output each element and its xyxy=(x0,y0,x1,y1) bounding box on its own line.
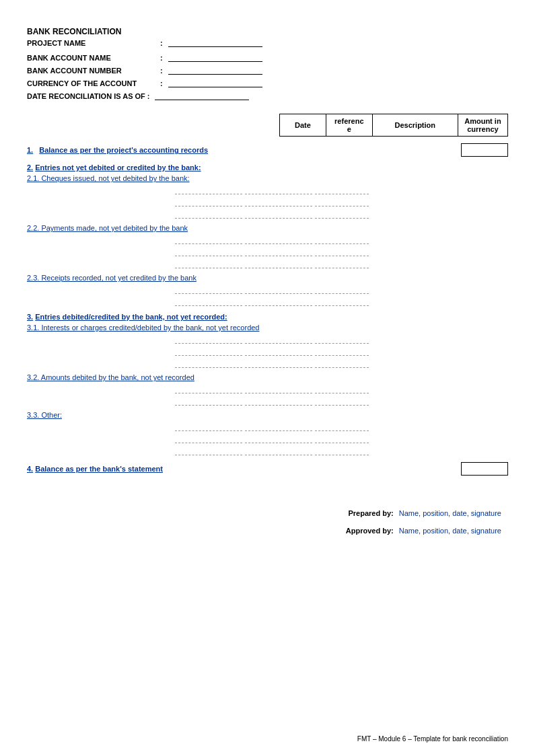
project-name-row: PROJECT NAME : xyxy=(27,38,508,47)
approved-by-value: Name, position, date, signature xyxy=(399,527,501,535)
prepared-by-value: Name, position, date, signature xyxy=(399,509,501,517)
section-1-amount-box[interactable] xyxy=(461,143,508,157)
dashed-row xyxy=(175,247,508,256)
bank-account-name-label: BANK ACCOUNT NAME xyxy=(27,54,155,62)
section-3-header: 3. Entries debited/credited by the bank,… xyxy=(27,313,508,321)
section-2: 2. Entries not yet debited or credited b… xyxy=(27,163,508,306)
section-2-label: Entries not yet debited or credited by t… xyxy=(35,163,201,172)
prepared-by-label: Prepared by: xyxy=(348,509,393,517)
section-1-number: 1. xyxy=(27,146,33,154)
dashed-row xyxy=(175,396,508,406)
section-1-row: 1. Balance as per the project's accounti… xyxy=(27,143,508,157)
col-date: Date xyxy=(280,114,326,137)
section-2-2: 2.2. Payments made, not yet debited by t… xyxy=(27,224,508,268)
dashed-row xyxy=(175,235,508,244)
section-3-2-rows xyxy=(175,384,508,406)
section-4-label: Balance as per the bank's statement xyxy=(35,465,163,473)
section-3-1-label: 3.1. Interests or charges credited/debit… xyxy=(27,324,508,332)
prepared-by-row: Prepared by: Name, position, date, signa… xyxy=(27,509,501,517)
project-name-label: PROJECT NAME xyxy=(27,39,155,47)
date-label: DATE RECONCILIATION IS AS OF : xyxy=(27,92,155,100)
section-3: 3. Entries debited/credited by the bank,… xyxy=(27,313,508,455)
section-2-1-rows xyxy=(175,185,508,219)
header-section: BANK RECONCILIATION PROJECT NAME : BANK … xyxy=(27,27,508,100)
section-1: 1. Balance as per the project's accounti… xyxy=(27,143,508,157)
section-3-label: Entries debited/credited by the bank, no… xyxy=(35,313,227,321)
section-2-3: 2.3. Receipts recorded, not yet credited… xyxy=(27,274,508,306)
prepared-approved-section: Prepared by: Name, position, date, signa… xyxy=(27,509,501,535)
section-4-number: 4. xyxy=(27,465,33,473)
dashed-row xyxy=(175,384,508,393)
section-4-amount-box[interactable] xyxy=(461,462,508,476)
bank-account-name-input[interactable] xyxy=(168,52,262,62)
section-3-1: 3.1. Interests or charges credited/debit… xyxy=(27,324,508,368)
bank-account-number-input[interactable] xyxy=(168,65,262,75)
dashed-row xyxy=(175,297,508,306)
section-3-2: 3.2. Amounts debited by the bank, not ye… xyxy=(27,373,508,406)
currency-row: CURRENCY OF THE ACCOUNT : xyxy=(27,78,508,87)
footer: FMT – Module 6 – Template for bank recon… xyxy=(357,735,508,743)
dashed-row xyxy=(175,434,508,443)
dashed-row xyxy=(175,185,508,194)
dashed-row xyxy=(175,358,508,368)
section-2-1-label: 2.1. Cheques issued, not yet debited by … xyxy=(27,174,508,182)
section-4: 4. Balance as per the bank's statement xyxy=(27,462,508,476)
section-2-number: 2. xyxy=(27,163,33,172)
dashed-row xyxy=(175,285,508,294)
currency-label: CURRENCY OF THE ACCOUNT xyxy=(27,79,155,87)
bank-account-number-label: BANK ACCOUNT NUMBER xyxy=(27,67,155,75)
section-3-3: 3.3. Other: xyxy=(27,411,508,455)
dashed-row xyxy=(175,259,508,268)
col-amount: Amount incurrency xyxy=(458,114,507,137)
project-name-input[interactable] xyxy=(168,38,262,47)
page-content: BANK RECONCILIATION PROJECT NAME : BANK … xyxy=(27,27,508,535)
col-reference: reference xyxy=(326,114,372,137)
dashed-row xyxy=(175,346,508,356)
date-input[interactable] xyxy=(155,91,249,100)
dashed-row xyxy=(175,446,508,455)
section-4-row: 4. Balance as per the bank's statement xyxy=(27,462,508,476)
section-2-2-rows xyxy=(175,235,508,268)
section-2-3-rows xyxy=(175,285,508,306)
section-3-1-rows xyxy=(175,334,508,368)
date-row: DATE RECONCILIATION IS AS OF : xyxy=(27,91,508,100)
section-2-2-label: 2.2. Payments made, not yet debited by t… xyxy=(27,224,508,232)
approved-by-row: Approved by: Name, position, date, signa… xyxy=(27,527,501,535)
col-description: Description xyxy=(372,114,458,137)
table-header-area: Date reference Description Amount incurr… xyxy=(27,114,508,137)
section-2-header: 2. Entries not yet debited or credited b… xyxy=(27,163,508,172)
section-1-label: Balance as per the project's accounting … xyxy=(39,146,208,154)
section-3-3-rows xyxy=(175,422,508,455)
approved-by-label: Approved by: xyxy=(346,527,394,535)
currency-input[interactable] xyxy=(168,78,262,87)
bank-account-name-row: BANK ACCOUNT NAME : xyxy=(27,52,508,62)
section-2-3-label: 2.3. Receipts recorded, not yet credited… xyxy=(27,274,508,282)
section-3-3-label: 3.3. Other: xyxy=(27,411,508,419)
dashed-row xyxy=(175,334,508,344)
recon-table: Date reference Description Amount incurr… xyxy=(279,114,508,137)
dashed-row xyxy=(175,209,508,219)
dashed-row xyxy=(175,422,508,431)
section-2-1: 2.1. Cheques issued, not yet debited by … xyxy=(27,174,508,219)
bank-account-number-row: BANK ACCOUNT NUMBER : xyxy=(27,65,508,75)
bank-reconciliation-title: BANK RECONCILIATION xyxy=(27,27,508,36)
section-3-2-label: 3.2. Amounts debited by the bank, not ye… xyxy=(27,373,508,381)
section-3-number: 3. xyxy=(27,313,33,321)
dashed-row xyxy=(175,197,508,206)
